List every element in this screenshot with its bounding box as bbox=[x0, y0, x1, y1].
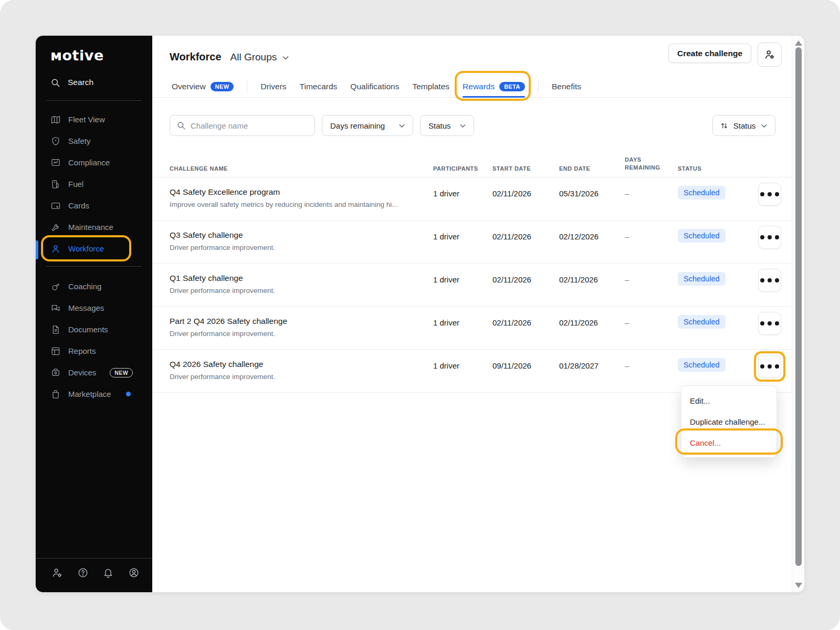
chevron-down-icon bbox=[398, 122, 406, 130]
start-date-value: 02/11/2026 bbox=[492, 177, 559, 220]
sidebar-item-label: Reports bbox=[68, 346, 96, 355]
table-header: CHALLENGE NAME PARTICIPANTS START DATE E… bbox=[152, 152, 804, 177]
column-header-participants: PARTICIPANTS bbox=[433, 165, 492, 177]
sidebar-item-cards[interactable]: Cards bbox=[36, 195, 152, 216]
table-row: Part 2 Q4 2026 Safety challengeDriver pe… bbox=[152, 307, 804, 350]
challenge-name: Q4 Safety Excellence program bbox=[170, 177, 433, 197]
tab-overview[interactable]: Overview NEW bbox=[172, 76, 234, 98]
active-tab-underline bbox=[463, 96, 525, 98]
scrollbar[interactable] bbox=[792, 36, 804, 592]
sidebar-item-marketplace[interactable]: Marketplace bbox=[36, 383, 152, 405]
sidebar-item-label: Safety bbox=[68, 136, 91, 145]
tab-label: Qualifications bbox=[350, 82, 399, 91]
compliance-icon bbox=[50, 158, 61, 168]
challenge-description: Driver performance improvement. bbox=[170, 373, 433, 381]
sidebar-item-documents[interactable]: Documents bbox=[36, 319, 152, 340]
account-icon[interactable] bbox=[128, 567, 140, 579]
row-actions-button[interactable] bbox=[758, 269, 781, 292]
help-icon[interactable] bbox=[77, 567, 89, 579]
challenge-name-search[interactable] bbox=[170, 115, 315, 136]
sidebar-item-maintenance[interactable]: Maintenance bbox=[36, 216, 152, 238]
status-filter[interactable]: Status bbox=[420, 115, 474, 136]
status-badge: Scheduled bbox=[678, 229, 726, 243]
person-icon bbox=[50, 244, 61, 254]
chevron-down-icon bbox=[760, 122, 768, 130]
row-actions-button[interactable] bbox=[758, 183, 781, 206]
sidebar-search[interactable]: Search bbox=[36, 74, 152, 91]
days-remaining-filter[interactable]: Days remaining bbox=[322, 115, 413, 136]
challenge-description: Driver performance improvement. bbox=[170, 287, 433, 295]
scrollbar-thumb[interactable] bbox=[795, 47, 802, 566]
sidebar-item-devices[interactable]: Devices NEW bbox=[36, 362, 152, 383]
tab-drivers[interactable]: Drivers bbox=[260, 76, 286, 98]
end-date-value: 02/12/2026 bbox=[559, 220, 625, 263]
participants-value: 1 driver bbox=[433, 177, 492, 220]
start-date-value: 02/11/2026 bbox=[492, 220, 559, 263]
tab-bar: Overview NEW Drivers Timecards Qualifica… bbox=[152, 76, 804, 98]
motive-logo: ᴍotive bbox=[50, 47, 104, 64]
new-badge: NEW bbox=[211, 82, 234, 91]
tab-label: Templates bbox=[412, 82, 449, 91]
sidebar-item-compliance[interactable]: Compliance bbox=[36, 152, 152, 173]
sidebar-item-reports[interactable]: Reports bbox=[36, 340, 152, 362]
search-icon bbox=[176, 121, 186, 130]
sidebar-item-fleet-view[interactable]: Fleet View bbox=[36, 109, 152, 130]
participants-value: 1 driver bbox=[433, 264, 492, 306]
sidebar-item-fuel[interactable]: Fuel bbox=[36, 173, 152, 195]
tab-templates[interactable]: Templates bbox=[412, 76, 449, 98]
notifications-icon[interactable] bbox=[102, 567, 114, 579]
menu-item-edit[interactable]: Edit... bbox=[681, 390, 776, 411]
tab-label: Benefits bbox=[552, 82, 581, 91]
sidebar-footer-divider bbox=[36, 558, 152, 559]
tab-rewards[interactable]: Rewards BETA bbox=[463, 76, 525, 98]
admin-settings-icon[interactable] bbox=[51, 567, 63, 579]
beta-badge: BETA bbox=[499, 82, 525, 91]
shield-icon bbox=[50, 136, 61, 146]
column-header-end-date: END DATE bbox=[559, 165, 625, 177]
create-challenge-button[interactable]: Create challenge bbox=[668, 44, 751, 63]
sidebar-item-safety[interactable]: Safety bbox=[36, 130, 152, 152]
app-window: ᴍotive Search Fleet View Safety Complian… bbox=[36, 36, 804, 592]
end-date-value: 02/11/2026 bbox=[559, 264, 625, 306]
user-settings-button[interactable] bbox=[758, 43, 782, 67]
participants-value: 1 driver bbox=[433, 307, 492, 349]
menu-item-cancel[interactable]: Cancel... bbox=[681, 432, 776, 453]
challenge-name: Q4 2026 Safety challenge bbox=[170, 350, 433, 369]
status-badge: Scheduled bbox=[678, 186, 726, 200]
challenge-name: Q3 Safety challenge bbox=[170, 220, 433, 240]
scrollbar-down-arrow[interactable] bbox=[795, 583, 802, 588]
days-remaining-value: – bbox=[625, 307, 678, 349]
challenge-name-input[interactable] bbox=[191, 121, 308, 130]
sidebar-item-messages[interactable]: Messages bbox=[36, 297, 152, 319]
tab-divider bbox=[538, 81, 539, 92]
column-header-days-remaining: DAYS REMAINING bbox=[625, 156, 666, 177]
sidebar-item-label: Messages bbox=[68, 303, 104, 312]
sidebar-item-label: Documents bbox=[68, 325, 108, 334]
scrollbar-up-arrow[interactable] bbox=[795, 40, 802, 46]
sort-selector[interactable]: Status bbox=[712, 115, 775, 136]
end-date-value: 02/11/2026 bbox=[559, 307, 625, 349]
tab-divider bbox=[247, 81, 247, 92]
column-header-start-date: START DATE bbox=[492, 165, 559, 177]
row-actions-button[interactable] bbox=[758, 226, 781, 249]
group-selector[interactable]: All Groups bbox=[230, 51, 290, 63]
days-remaining-value: – bbox=[625, 264, 678, 306]
menu-item-duplicate-challenge[interactable]: Duplicate challenge... bbox=[681, 411, 776, 432]
chevron-down-icon bbox=[281, 54, 290, 62]
tab-qualifications[interactable]: Qualifications bbox=[350, 76, 399, 98]
table-row: Q1 Safety challengeDriver performance im… bbox=[152, 264, 804, 307]
end-date-value: 05/31/2026 bbox=[559, 177, 625, 220]
shopping-bag-icon bbox=[50, 389, 61, 400]
tab-label: Timecards bbox=[300, 82, 338, 91]
tab-label: Overview bbox=[172, 82, 206, 91]
tab-timecards[interactable]: Timecards bbox=[300, 76, 338, 98]
document-icon bbox=[50, 324, 61, 335]
sidebar-item-coaching[interactable]: Coaching bbox=[36, 276, 152, 297]
sidebar-item-workforce[interactable]: Workforce bbox=[36, 238, 152, 259]
tab-benefits[interactable]: Benefits bbox=[552, 76, 581, 98]
row-actions-button-open[interactable] bbox=[758, 355, 781, 378]
participants-value: 1 driver bbox=[433, 350, 492, 392]
row-actions-button[interactable] bbox=[758, 312, 781, 335]
sidebar-item-label: Fleet View bbox=[68, 115, 105, 124]
wrench-icon bbox=[50, 222, 61, 233]
